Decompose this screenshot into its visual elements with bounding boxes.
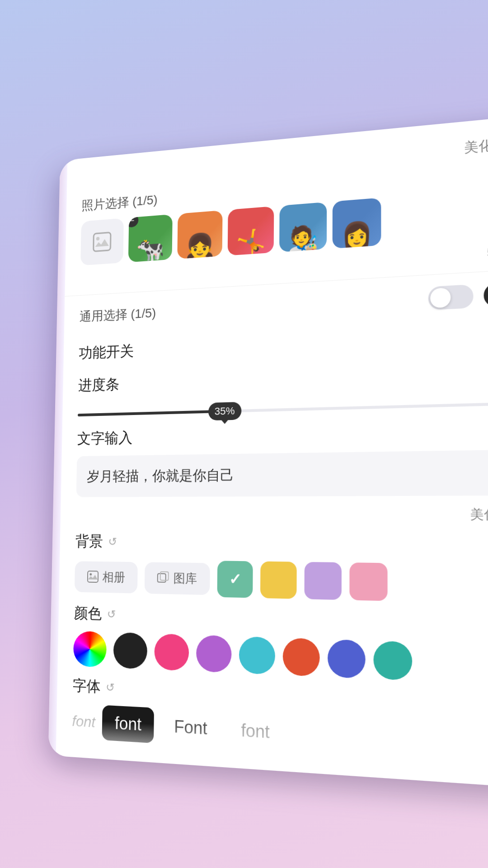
color-reset-icon[interactable]: ↺	[107, 608, 116, 621]
gallery-icon	[157, 571, 170, 585]
photo-add-button[interactable]	[80, 218, 124, 265]
photo-thumb-1[interactable]: − 🐄	[128, 214, 173, 262]
svg-point-1	[96, 237, 100, 241]
color-wheel[interactable]	[73, 631, 107, 667]
color-orange[interactable]	[283, 638, 320, 677]
color-cyan[interactable]	[239, 636, 275, 675]
progress-label: 进度条	[78, 359, 488, 396]
text-input-box[interactable]: 岁月轻描，你就是你自己	[76, 449, 488, 497]
photo-thumb-5[interactable]: 👩	[333, 198, 381, 249]
selected-checkmark: ✓	[229, 570, 241, 589]
photo-thumb-2[interactable]: 👧	[177, 210, 222, 259]
album-button[interactable]: 相册	[75, 561, 138, 593]
phone-card-wrapper: 美化图库 › 照片选择 (1/5) − 🐄	[54, 154, 488, 868]
svg-rect-5	[160, 572, 169, 580]
general-header: 通用选择 (1/5)	[80, 281, 488, 328]
swatch-green[interactable]: ✓	[217, 561, 253, 598]
toggle-off-knob	[430, 288, 450, 308]
background-section: 背景 ↺ 相册	[75, 531, 488, 604]
library-link-2[interactable]: 美化图库 ›	[76, 506, 488, 524]
toggles-row	[428, 281, 488, 310]
photo-thumb-3[interactable]: 🤸	[228, 206, 274, 255]
background-reset-icon[interactable]: ↺	[108, 535, 117, 548]
svg-rect-0	[94, 232, 111, 251]
font-item-selected[interactable]: font	[102, 705, 155, 744]
photo-thumb-4[interactable]: 🧑‍🎨	[279, 202, 327, 252]
background-options-row: 相册 图库 ✓	[75, 559, 488, 604]
font-reset-icon[interactable]: ↺	[106, 681, 115, 694]
swatch-pink[interactable]	[349, 562, 387, 601]
color-blue[interactable]	[328, 639, 366, 679]
general-label: 通用选择 (1/5)	[80, 304, 156, 326]
font-section: 字体 ↺ font font Font font	[71, 675, 488, 778]
background-label: 背景 ↺	[75, 531, 488, 557]
progress-fill	[78, 410, 225, 417]
add-photo-icon	[92, 231, 113, 253]
color-options-row	[73, 631, 488, 686]
toggle-off[interactable]	[428, 284, 474, 310]
color-purple[interactable]	[196, 635, 232, 673]
svg-point-3	[89, 573, 92, 576]
text-input-label: 文字输入	[77, 419, 488, 449]
phone-card: 美化图库 › 照片选择 (1/5) − 🐄	[48, 113, 488, 790]
svg-rect-2	[88, 571, 98, 582]
svg-rect-4	[158, 574, 166, 582]
color-black[interactable]	[113, 632, 147, 669]
color-section: 颜色 ↺	[73, 603, 488, 686]
toggle-on[interactable]	[483, 281, 488, 307]
color-pink[interactable]	[154, 633, 189, 671]
text-input-section: 文字输入 岁月轻描，你就是你自己	[76, 419, 488, 497]
font-item-1: font	[72, 712, 95, 731]
swatch-purple[interactable]	[305, 562, 342, 600]
color-teal[interactable]	[374, 641, 413, 680]
progress-track[interactable]: 35%	[78, 402, 488, 417]
gallery-button[interactable]: 图库	[145, 562, 210, 595]
progress-section: 进度条 35%	[78, 359, 488, 417]
remove-photo-badge[interactable]: −	[128, 214, 139, 228]
album-icon	[87, 570, 99, 583]
swatch-yellow[interactable]	[260, 561, 297, 599]
progress-thumb: 35%	[208, 402, 241, 420]
font-item-regular[interactable]: Font	[161, 708, 220, 747]
font-item-light[interactable]: font	[228, 712, 283, 751]
card-inner: 美化图库 › 照片选择 (1/5) − 🐄	[56, 113, 488, 790]
